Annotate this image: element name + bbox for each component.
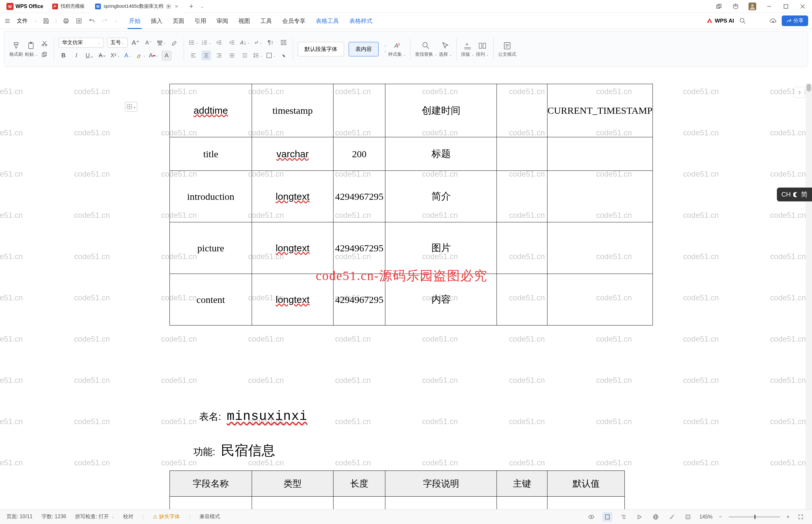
font-size-select[interactable]: 五号⌄ (107, 38, 128, 48)
menu-hamburger-icon[interactable] (4, 17, 11, 24)
new-tab-button[interactable]: + (185, 2, 197, 11)
tab-extra-icon[interactable] (166, 4, 171, 9)
menu-tab-tools[interactable]: 工具 (255, 13, 277, 29)
data-table-1[interactable]: addtime timestamp 创建时间 CURRENT_TIMESTAMP… (169, 84, 653, 326)
style-content[interactable]: 表内容 (349, 42, 379, 56)
undo-icon[interactable] (88, 17, 95, 24)
tab-templates[interactable]: 找稻壳模板 (48, 0, 89, 13)
highlight-icon[interactable]: ⌄ (136, 51, 146, 61)
styles-button[interactable]: A 样式集⌄ (388, 40, 406, 58)
zoom-out-icon[interactable]: − (719, 514, 722, 520)
minimize-button[interactable] (764, 2, 774, 11)
menu-tab-tablestyle[interactable]: 表格样式 (344, 13, 378, 29)
tab-close[interactable]: ✕ (174, 3, 180, 9)
search-icon[interactable] (739, 17, 746, 24)
strike-icon[interactable]: A⌄ (97, 51, 107, 61)
font-name-select[interactable]: 华文仿宋⌄ (59, 38, 104, 48)
gongwen-mode-button[interactable]: 公文模式 (498, 40, 516, 58)
layout-cols-button[interactable]: 排列⌄ (476, 40, 489, 58)
distribute-icon[interactable] (240, 51, 250, 60)
font-effects-icon[interactable]: A⌄ (123, 51, 133, 61)
para-dialog-icon[interactable]: ⬊ (279, 51, 288, 60)
select-button[interactable]: 选择⌄ (439, 40, 452, 58)
view-ruler-icon[interactable] (667, 512, 677, 522)
vertical-scrollbar[interactable] (806, 84, 812, 509)
zoom-slider[interactable] (729, 516, 780, 518)
font-color-icon[interactable]: A⌄ (149, 51, 159, 61)
menu-tab-view[interactable]: 视图 (233, 13, 255, 29)
find-replace-button[interactable]: 查找替换⌄ (415, 40, 437, 58)
avatar-icon[interactable] (748, 2, 757, 11)
cloud-icon[interactable] (769, 17, 777, 24)
align-right-icon[interactable] (214, 51, 224, 60)
view-page-icon[interactable] (602, 512, 612, 522)
file-menu[interactable]: 文件 (17, 17, 28, 24)
layout-rows-button[interactable]: A 排版⌄ (461, 40, 474, 58)
view-web-icon[interactable] (651, 512, 661, 522)
share-button[interactable]: 分享 (782, 15, 808, 26)
bullet-list-icon[interactable]: ⌄ (188, 38, 198, 47)
line-spacing-icon[interactable]: ⌄ (253, 51, 263, 60)
zoom-value[interactable]: 145% (699, 514, 712, 520)
view-outline-icon[interactable] (619, 512, 628, 522)
menu-tab-review[interactable]: 审阅 (211, 13, 233, 29)
print-icon[interactable] (63, 17, 70, 24)
document-area[interactable]: code51.cncode51.cncode51.cncode51.cncode… (0, 84, 806, 509)
cut-icon[interactable] (40, 39, 49, 48)
status-proof[interactable]: 校对 (123, 513, 133, 520)
align-justify-icon[interactable] (227, 51, 237, 60)
increase-indent-icon[interactable] (227, 38, 237, 47)
save-icon[interactable] (43, 17, 50, 24)
clear-format-icon[interactable] (169, 38, 179, 47)
superscript-icon[interactable]: X²⌄ (110, 51, 120, 61)
text-direction-icon[interactable]: 𝘈↓⌄ (240, 38, 250, 47)
number-list-icon[interactable]: 123⌄ (201, 38, 211, 47)
zoom-in-icon[interactable]: + (786, 514, 790, 520)
change-case-icon[interactable]: 뺯⌄ (156, 38, 166, 47)
status-compat[interactable]: 兼容模式 (199, 513, 220, 520)
menu-tab-tabletools[interactable]: 表格工具 (311, 13, 344, 29)
menu-tab-refs[interactable]: 引用 (189, 13, 211, 29)
close-button[interactable] (798, 2, 808, 11)
redo-icon[interactable] (101, 17, 108, 24)
format-brush-button[interactable]: 格式刷 (9, 40, 23, 58)
paste-button[interactable]: 粘贴⌄ (25, 40, 38, 58)
border-icon[interactable]: ⌄ (266, 51, 276, 60)
status-page[interactable]: 页面: 10/11 (6, 513, 33, 520)
status-words[interactable]: 字数: 1236 (42, 513, 66, 520)
status-missing-font[interactable]: ⚠ 缺失字体 (153, 513, 180, 520)
fullscreen-icon[interactable] (796, 512, 806, 522)
menu-tab-vip[interactable]: 会员专享 (277, 13, 311, 29)
align-center-icon[interactable] (201, 51, 211, 60)
style-up-icon[interactable]: ⌃ (384, 45, 386, 49)
sidebar-expand-icon[interactable] (794, 87, 805, 98)
data-table-2-header[interactable]: 字段名称 类型 长度 字段说明 主键 默认值 (169, 471, 625, 509)
ime-indicator[interactable]: CH 简 (777, 187, 812, 201)
shading-icon[interactable]: A (162, 51, 171, 61)
columns-icon[interactable] (279, 38, 288, 47)
view-fit-icon[interactable] (683, 512, 693, 522)
increase-font-icon[interactable]: A⁺ (131, 38, 140, 47)
scrollbar-thumb[interactable] (807, 84, 811, 92)
view-eye-icon[interactable] (586, 512, 596, 522)
style-default[interactable]: 默认段落字体 (298, 42, 344, 56)
menu-tab-page[interactable]: 页面 (168, 13, 189, 29)
menu-tab-insert[interactable]: 插入 (146, 13, 168, 29)
underline-icon[interactable]: U⌄ (84, 51, 94, 61)
tab-document[interactable]: W springboot1465c数据库文档 ✕ (90, 0, 184, 13)
status-spell[interactable]: 拼写检查: 打开⌄ (75, 513, 114, 520)
line-break-icon[interactable]: ⤶⌄ (253, 38, 263, 47)
view-read-icon[interactable] (635, 512, 644, 522)
italic-icon[interactable]: I (71, 51, 81, 61)
pilcrow-icon[interactable]: ¶↑ (266, 38, 276, 47)
cube-icon[interactable] (731, 2, 741, 11)
tab-dropdown[interactable]: ⌄ (198, 4, 205, 9)
bold-icon[interactable]: B (59, 51, 68, 61)
copy-window-icon[interactable] (714, 2, 724, 11)
align-left-icon[interactable] (188, 51, 198, 60)
maximize-button[interactable] (781, 2, 791, 11)
copy-icon[interactable] (40, 50, 49, 59)
decrease-indent-icon[interactable] (214, 38, 224, 47)
decrease-font-icon[interactable]: A⁻ (144, 38, 153, 47)
preview-icon[interactable] (76, 17, 82, 24)
